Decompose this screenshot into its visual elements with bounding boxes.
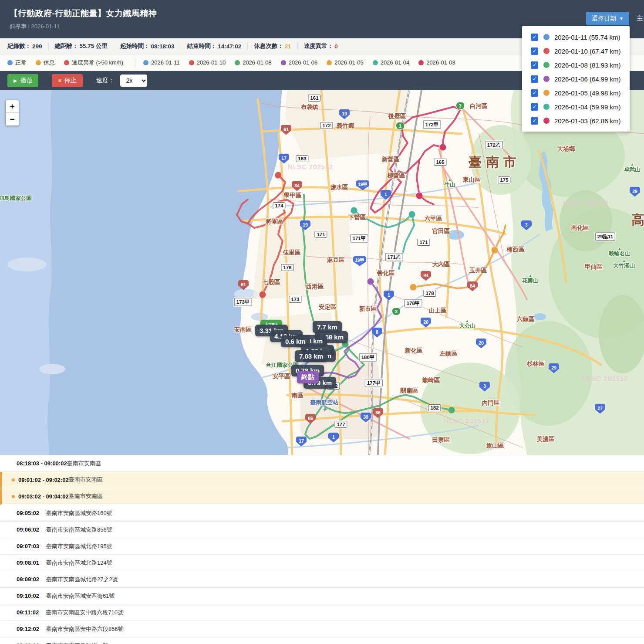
map-label: 七股區 — [263, 278, 280, 286]
legend-dot-icon — [373, 60, 378, 65]
stat-item: 休息次數：21 — [248, 42, 298, 50]
map-canvas[interactable]: 布袋鎮義竹鄉後壁區白河區新營區柳營區鹽水區東山區學甲區下營區六甲區官田區將軍區佳… — [0, 90, 644, 455]
map-watermark: NLSC 202512 — [582, 375, 628, 382]
header-right-text[interactable]: 主題 — [637, 14, 644, 23]
legend-status-item: 休息 — [36, 59, 55, 67]
date-option[interactable]: ✓2026-01-08 (81.93 km) — [522, 58, 630, 72]
timeline-address: 臺南市安南區安中路六段856號 — [46, 625, 124, 633]
timeline-row[interactable]: 09:12:02臺南市安南區安中路六段856號 — [0, 621, 644, 637]
route-marker[interactable] — [351, 207, 357, 214]
route-marker[interactable] — [260, 291, 266, 298]
map-label: 龍崎區 — [422, 376, 440, 384]
date-option-label: 2026-01-08 (81.93 km) — [554, 61, 621, 69]
route-marker[interactable] — [275, 172, 282, 179]
stat-label: 起始時間： — [120, 42, 150, 50]
road-shield: 171 — [417, 239, 430, 246]
map-label: 下營區 — [348, 214, 366, 221]
map-label: 白河區 — [470, 102, 488, 110]
timeline-row[interactable]: 08:18:03 - 09:00:02臺南市安南區 — [0, 455, 644, 472]
route-marker[interactable] — [409, 211, 415, 218]
map-label: ▲大公山 — [459, 319, 475, 330]
route-marker[interactable] — [416, 193, 423, 199]
map-label: 安南區 — [234, 326, 252, 334]
timeline-address: 臺南市安南區青砂街一段 — [46, 642, 108, 644]
checkbox-checked-icon[interactable]: ✓ — [531, 103, 538, 111]
timeline-address: 臺南市安南區 — [69, 476, 103, 484]
timeline-time: 09:10:02 — [17, 593, 39, 599]
timeline-row[interactable]: 09:13:02臺南市安南區青砂街一段 — [0, 637, 644, 644]
date-option-label: 2026-01-03 (62.86 km) — [554, 117, 621, 125]
checkbox-checked-icon[interactable]: ✓ — [531, 61, 538, 69]
timeline-address: 臺南市安南區城北路195號 — [46, 542, 112, 550]
zoom-in-button[interactable]: + — [6, 100, 19, 113]
mountain-icon: ▲ — [609, 247, 631, 250]
checkbox-checked-icon[interactable]: ✓ — [531, 117, 538, 125]
speed-select[interactable]: 2x — [120, 75, 147, 87]
map-label: 布袋鎮 — [301, 103, 319, 111]
route-marker[interactable] — [492, 247, 498, 254]
map-label: 西港區 — [306, 283, 324, 291]
road-shield: 172 — [320, 122, 333, 129]
road-shield: 171甲 — [351, 234, 368, 243]
timeline-row[interactable]: 09:10:02臺南市安南區城安西街61號 — [0, 588, 644, 604]
timeline-row[interactable]: 09:06:02臺南市安南區城安路856號 — [0, 522, 644, 538]
date-option[interactable]: ✓2026-01-04 (59.99 km) — [522, 100, 630, 114]
date-option[interactable]: ✓2026-01-11 (55.74 km) — [522, 30, 630, 44]
date-option[interactable]: ✓2026-01-03 (62.86 km) — [522, 114, 630, 128]
date-color-dot-icon — [543, 48, 550, 54]
map-label: ▲大竹溪山 — [613, 259, 635, 270]
timeline-row[interactable]: 09:01:02 - 09:02:02臺南市安南區 — [0, 472, 644, 488]
route-marker[interactable] — [440, 144, 446, 151]
play-button[interactable]: ▶ 播放 — [7, 74, 38, 87]
timeline-time: 09:06:02 — [17, 526, 39, 533]
route-marker[interactable] — [448, 407, 455, 414]
road-shield: 3 — [392, 308, 401, 315]
timeline-address: 臺南市安南區城北路124號 — [46, 559, 112, 567]
map-label: 左鎮區 — [440, 350, 458, 358]
map-watermark: NLSC 202512 — [563, 199, 608, 207]
checkbox-checked-icon[interactable]: ✓ — [531, 75, 538, 83]
timeline-row[interactable]: 09:05:02臺南市安南區城安路160號 — [0, 505, 644, 522]
route-marker[interactable] — [368, 278, 374, 285]
timeline-address: 臺南市安南區城北路27之2號 — [46, 576, 118, 583]
legend-dot-icon — [189, 60, 194, 65]
timeline-row[interactable]: 09:07:03臺南市安南區城北路195號 — [0, 538, 644, 555]
legend-label: 2026-01-06 — [289, 59, 318, 66]
map-label: 麻豆區 — [327, 256, 345, 264]
airport-icon: ✈ — [322, 406, 328, 414]
timeline-row[interactable]: 09:03:02 - 09:04:02臺南市安南區 — [0, 488, 644, 505]
legend-label: 2026-01-10 — [197, 59, 226, 66]
road-shield: 165 — [434, 159, 446, 166]
date-picker-button[interactable]: 選擇日期 ▼ — [586, 12, 629, 25]
date-option[interactable]: ✓2026-01-10 (67.47 km) — [522, 44, 630, 58]
stat-label: 速度異常： — [304, 42, 334, 50]
map-label: 大埔鄉 — [557, 145, 575, 153]
end-point-badge[interactable]: 終點 — [297, 371, 319, 383]
timeline-row[interactable]: 09:08:01臺南市安南區城北路124號 — [0, 555, 644, 571]
road-shield: 177甲 — [365, 379, 383, 387]
road-shield: 174 — [273, 202, 285, 209]
map-label: 安定區 — [319, 303, 337, 311]
checkbox-checked-icon[interactable]: ✓ — [531, 34, 538, 41]
legend-date-item: 2026-01-05 — [327, 59, 364, 66]
legend-label: 2026-01-11 — [151, 59, 180, 66]
timeline-address: 臺南市安南區 — [67, 460, 101, 468]
timeline-time: 09:13:02 — [17, 642, 39, 644]
stat-value: 55.75 公里 — [80, 42, 108, 50]
route-marker[interactable] — [410, 284, 417, 291]
map-label: 山上區 — [429, 307, 447, 315]
map-label: 六甲區 — [425, 215, 442, 223]
timeline-row[interactable]: 09:11:02臺南市安南區安中路六段710號 — [0, 604, 644, 621]
timeline-row[interactable]: 09:09:02臺南市安南區城北路27之2號 — [0, 571, 644, 588]
map-label: ▲花瓣山 — [522, 274, 539, 285]
date-option[interactable]: ✓2026-01-06 (64.99 km) — [522, 72, 630, 86]
map-label: ▲鞍輪名山 — [609, 247, 631, 258]
stop-icon: ■ — [58, 78, 61, 84]
checkbox-checked-icon[interactable]: ✓ — [531, 47, 538, 55]
checkbox-checked-icon[interactable]: ✓ — [531, 89, 538, 97]
stop-button[interactable]: ■ 停止 — [52, 74, 82, 87]
date-option-label: 2026-01-06 (64.99 km) — [554, 75, 621, 83]
date-option[interactable]: ✓2026-01-05 (49.98 km) — [522, 86, 630, 100]
zoom-out-button[interactable]: − — [6, 113, 19, 125]
date-color-dot-icon — [543, 34, 550, 40]
